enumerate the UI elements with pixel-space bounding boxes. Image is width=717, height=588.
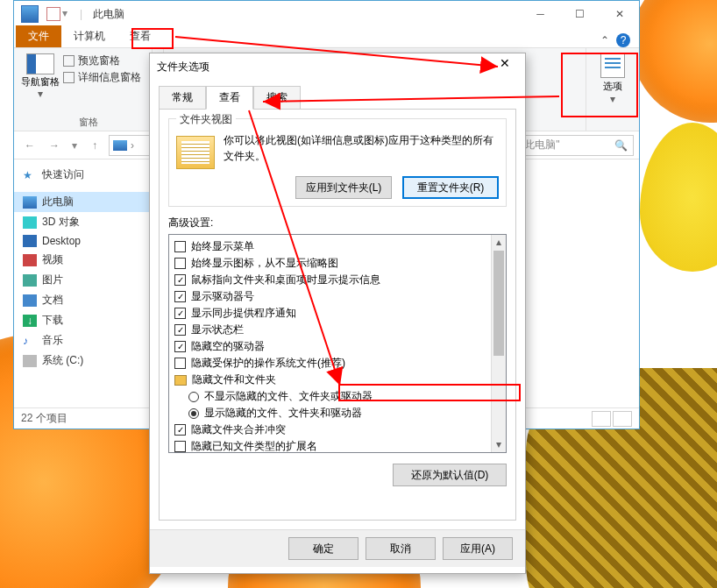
- checkbox-icon[interactable]: ✓: [174, 274, 186, 286]
- file-tab[interactable]: 文件: [16, 25, 61, 47]
- close-button[interactable]: ✕: [600, 1, 639, 27]
- scroll-down-icon[interactable]: ▾: [492, 437, 506, 452]
- ok-button[interactable]: 确定: [288, 537, 358, 560]
- item-count: 22 个项目: [21, 411, 67, 426]
- forward-button[interactable]: →: [44, 135, 65, 156]
- back-button[interactable]: ←: [19, 135, 40, 156]
- documents-icon: [23, 294, 37, 307]
- folder-icon: [174, 375, 187, 386]
- details-pane-option[interactable]: 详细信息窗格: [63, 70, 141, 85]
- help-icon[interactable]: ?: [616, 33, 630, 47]
- music-icon: ♪: [23, 335, 37, 347]
- scrollbar[interactable]: ▴ ▾: [491, 235, 506, 452]
- folder-view-group: 文件夹视图 你可以将此视图(如详细信息或图标)应用于这种类型的所有文件夹。 应用…: [168, 118, 507, 207]
- qat-icon[interactable]: [46, 7, 60, 21]
- checkbox-icon[interactable]: ✓: [174, 308, 186, 319]
- qat-dropdown-icon[interactable]: ▾: [62, 7, 76, 21]
- options-icon: [600, 53, 625, 78]
- nav-tree[interactable]: ★快速访问 此电脑 3D 对象 Desktop 视频 图片 文档 ↓下载 ♪音乐…: [14, 159, 150, 407]
- drive-icon: [23, 355, 37, 367]
- dialog-title: 文件夹选项: [157, 60, 209, 74]
- tree-quick-access[interactable]: ★快速访问: [14, 165, 149, 185]
- checkbox-icon[interactable]: ✓: [174, 291, 186, 302]
- dialog-titlebar[interactable]: 文件夹选项 ✕: [150, 53, 525, 80]
- apply-button[interactable]: 应用(A): [443, 537, 513, 560]
- radio-icon[interactable]: [188, 408, 199, 419]
- checkbox-icon[interactable]: ✓: [174, 324, 186, 336]
- reset-folders-button[interactable]: 重置文件夹(R): [402, 176, 499, 199]
- checkbox-icon: [63, 72, 75, 83]
- ribbon-collapse-icon[interactable]: ⌃: [600, 34, 609, 46]
- tree-item[interactable]: Desktop: [14, 232, 149, 250]
- pictures-icon: [23, 274, 37, 287]
- tree-item[interactable]: 文档: [14, 290, 149, 310]
- radio-icon[interactable]: [188, 392, 199, 402]
- thumbnails-view-button[interactable]: [613, 411, 632, 427]
- tree-item[interactable]: 图片: [14, 270, 149, 290]
- computer-icon: [23, 196, 37, 209]
- dialog-tabs: 常规 查看 搜索: [150, 80, 525, 109]
- scroll-thumb[interactable]: [493, 251, 504, 356]
- advanced-settings-list[interactable]: 始终显示菜单 始终显示图标，从不显示缩略图 ✓鼠标指向文件夹和桌面项时显示提示信…: [168, 234, 507, 453]
- up-button[interactable]: ↑: [84, 135, 105, 156]
- chevron-right-icon: ›: [131, 139, 134, 152]
- video-icon: [23, 254, 37, 266]
- tab-computer[interactable]: 计算机: [61, 25, 117, 47]
- details-view-button[interactable]: [592, 411, 611, 427]
- tree-item[interactable]: 系统 (C:): [14, 351, 149, 371]
- folder-view-text: 你可以将此视图(如详细信息或图标)应用于这种类型的所有文件夹。: [224, 132, 499, 164]
- checkbox-icon[interactable]: [174, 258, 186, 269]
- tree-item[interactable]: ♪音乐: [14, 330, 149, 351]
- folder-icon: [176, 136, 215, 169]
- chevron-down-icon: ▾: [21, 88, 60, 100]
- computer-icon: [113, 140, 127, 151]
- checkbox-icon[interactable]: ✓: [174, 424, 186, 436]
- advanced-label: 高级设置:: [168, 216, 507, 230]
- maximize-button[interactable]: ☐: [560, 1, 600, 27]
- star-icon: ★: [23, 169, 37, 181]
- tab-general[interactable]: 常规: [159, 86, 206, 110]
- tab-view[interactable]: 查看: [206, 86, 253, 110]
- window-title: 此电脑: [93, 7, 124, 22]
- tree-item[interactable]: 视频: [14, 250, 149, 270]
- hide-protected-os-files-row[interactable]: 隐藏受保护的操作系统文件(推荐): [173, 355, 502, 372]
- cube-icon: [23, 216, 37, 229]
- checkbox-icon[interactable]: [174, 241, 186, 252]
- folder-options-dialog: 文件夹选项 ✕ 常规 查看 搜索 文件夹视图 你可以将此视图(如详细信息或图标)…: [149, 53, 526, 574]
- checkbox-icon[interactable]: ✓: [174, 341, 186, 352]
- minimize-button[interactable]: ─: [521, 1, 560, 27]
- restore-defaults-button[interactable]: 还原为默认值(D): [393, 464, 507, 486]
- scroll-up-icon[interactable]: ▴: [492, 235, 506, 250]
- tab-view[interactable]: 查看: [117, 25, 163, 47]
- chevron-down-icon: ▾: [593, 93, 632, 105]
- downloads-icon: ↓: [23, 315, 37, 327]
- ribbon-tabs: 文件 计算机 查看 ⌃ ?: [14, 27, 639, 48]
- checkbox-icon[interactable]: [174, 358, 186, 369]
- dialog-footer: 确定 取消 应用(A): [150, 529, 525, 567]
- titlebar[interactable]: ▾ | 此电脑 ─ ☐ ✕: [14, 1, 639, 27]
- preview-pane-option[interactable]: 预览窗格: [63, 53, 141, 68]
- dialog-close-button[interactable]: ✕: [492, 56, 518, 77]
- tree-item[interactable]: 3D 对象: [14, 212, 149, 232]
- nav-pane-button[interactable]: 导航窗格 ▾: [21, 52, 60, 100]
- checkbox-icon: [63, 55, 75, 67]
- apply-to-folders-button[interactable]: 应用到文件夹(L): [295, 176, 392, 199]
- checkbox-icon[interactable]: [174, 441, 186, 452]
- computer-icon: [21, 5, 39, 23]
- group-legend: 文件夹视图: [176, 112, 236, 127]
- desktop-icon: [23, 235, 37, 247]
- tree-this-pc[interactable]: 此电脑: [14, 192, 149, 212]
- tree-item[interactable]: ↓下载: [14, 310, 149, 330]
- options-button[interactable]: 选项 ▾: [593, 52, 632, 105]
- search-icon: 🔍: [614, 139, 628, 152]
- nav-pane-icon: [26, 53, 54, 74]
- group-label-panes: 窗格: [14, 116, 163, 129]
- tab-search[interactable]: 搜索: [253, 86, 301, 110]
- cancel-button[interactable]: 取消: [366, 537, 436, 560]
- history-dropdown[interactable]: ▾: [68, 135, 81, 156]
